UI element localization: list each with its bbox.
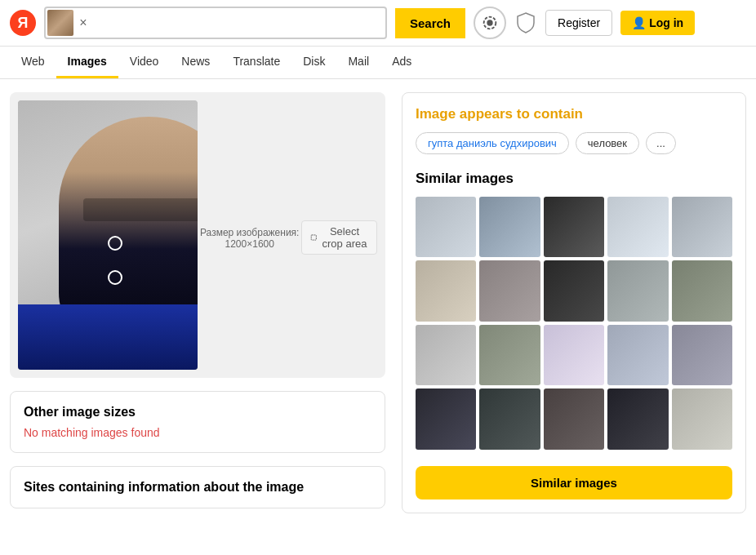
similar-image-4[interactable]: [607, 197, 668, 257]
similar-image-2[interactable]: [479, 197, 540, 257]
image-container: Размер изображения: 1200×1600 Select cro…: [10, 92, 385, 378]
crop-circle-1: [108, 236, 122, 251]
tab-news[interactable]: News: [170, 47, 221, 78]
similar-image-11[interactable]: [416, 325, 476, 385]
other-sizes-section: Other image sizes No matching images fou…: [10, 391, 385, 453]
similar-images-title: Similar images: [416, 171, 732, 187]
similar-images-grid: [416, 197, 732, 450]
sites-section: Sites containing information about the i…: [10, 466, 385, 508]
yandex-logo[interactable]: Я: [10, 10, 36, 36]
user-icon: 👤: [632, 16, 646, 29]
similar-image-10[interactable]: [672, 260, 732, 321]
tab-disk[interactable]: Disk: [291, 47, 336, 78]
right-panel: Image appears to contain гупта даниэль с…: [385, 92, 746, 513]
similar-image-17[interactable]: [479, 388, 540, 449]
similar-image-14[interactable]: [607, 325, 668, 385]
sites-title: Sites containing information about the i…: [24, 480, 371, 495]
search-bar: ×: [44, 7, 387, 39]
shield-button[interactable]: [514, 10, 537, 36]
crop-circle-2: [108, 270, 122, 285]
tag-person-name[interactable]: гупта даниэль судхирович: [416, 132, 569, 154]
contains-title: Image appears to contain: [416, 106, 732, 122]
search-button[interactable]: Search: [395, 8, 465, 38]
similar-image-19[interactable]: [607, 388, 668, 449]
similar-image-12[interactable]: [479, 325, 540, 385]
svg-point-1: [487, 20, 492, 25]
shield-icon: [517, 12, 535, 33]
search-input[interactable]: [91, 13, 385, 33]
similar-image-13[interactable]: [544, 325, 604, 385]
tab-mail[interactable]: Mail: [336, 47, 380, 78]
camera-icon: [481, 14, 499, 32]
tab-ads[interactable]: Ads: [380, 47, 423, 78]
tab-web[interactable]: Web: [10, 47, 56, 78]
portrait-suit: [18, 304, 198, 370]
clear-search-button[interactable]: ×: [75, 15, 91, 31]
similar-image-1[interactable]: [416, 197, 476, 257]
crop-circles: [108, 236, 122, 304]
right-card: Image appears to contain гупта даниэль с…: [402, 92, 746, 513]
tags-row: гупта даниэль судхирович человек ...: [416, 132, 732, 154]
similar-image-15[interactable]: [672, 325, 732, 385]
image-size-text: Размер изображения: 1200×1600: [198, 227, 301, 250]
tab-images[interactable]: Images: [56, 47, 118, 78]
main-image: [18, 100, 198, 370]
similar-image-8[interactable]: [544, 260, 604, 321]
similar-image-16[interactable]: [416, 388, 476, 449]
similar-image-3[interactable]: [544, 197, 604, 257]
similar-image-7[interactable]: [479, 260, 540, 321]
left-panel: Размер изображения: 1200×1600 Select cro…: [10, 92, 385, 513]
select-crop-area: Select crop area: [301, 220, 377, 255]
similar-image-18[interactable]: [544, 388, 604, 449]
similar-image-20[interactable]: [672, 388, 732, 449]
similar-image-9[interactable]: [607, 260, 668, 321]
similar-images-button[interactable]: Similar images: [416, 466, 732, 500]
login-button[interactable]: 👤 Log in: [620, 11, 695, 35]
similar-image-5[interactable]: [672, 197, 732, 257]
navigation-tabs: Web Images Video News Translate Disk Mai…: [0, 47, 756, 79]
tag-human[interactable]: человек: [576, 132, 639, 154]
tab-video[interactable]: Video: [118, 47, 171, 78]
thumbnail-image: [47, 10, 73, 36]
tag-more-button[interactable]: ...: [646, 132, 676, 154]
tab-translate[interactable]: Translate: [221, 47, 291, 78]
header: Я × Search Register 👤 Log in: [0, 0, 756, 47]
camera-search-button[interactable]: [474, 7, 506, 39]
select-crop-button[interactable]: Select crop area: [301, 220, 377, 255]
svg-rect-2: [312, 235, 317, 240]
similar-image-6[interactable]: [416, 260, 476, 321]
main-content: Размер изображения: 1200×1600 Select cro…: [0, 79, 756, 526]
no-match-label: No matching images found: [24, 426, 371, 439]
register-button[interactable]: Register: [545, 10, 612, 36]
search-thumbnail: [47, 10, 73, 36]
other-sizes-title: Other image sizes: [24, 405, 371, 420]
portrait-glasses: [83, 198, 198, 221]
crop-icon: [310, 232, 318, 243]
